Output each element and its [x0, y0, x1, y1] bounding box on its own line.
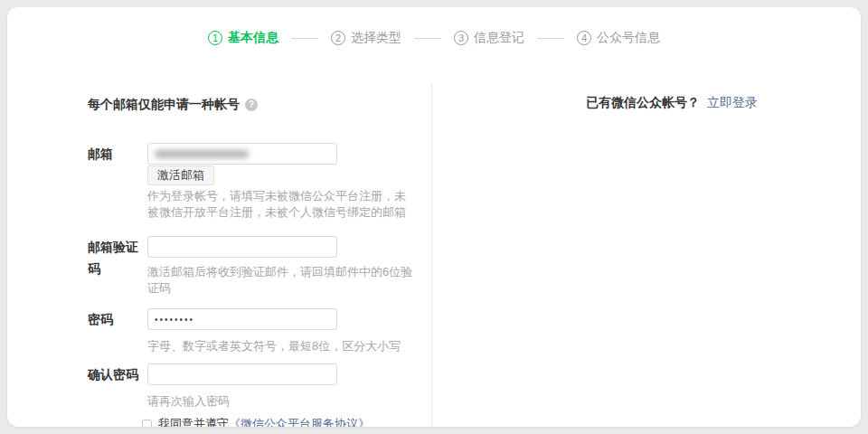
step-4-label: 公众号信息 [597, 30, 660, 46]
agreement-row: 我同意并遵守 《微信公众平台服务协议》 [142, 416, 370, 427]
email-label: 邮箱 [88, 143, 146, 165]
step-basic-info: 1 基本信息 [208, 30, 278, 46]
password-input[interactable] [147, 308, 337, 330]
email-code-input[interactable] [147, 236, 337, 258]
intro-text: 每个邮箱仅能申请一种帐号 [88, 97, 240, 113]
step-3-label: 信息登记 [474, 30, 524, 46]
email-code-label: 邮箱验证码 [88, 236, 146, 279]
service-agreement-link[interactable]: 《微信公众平台服务协议》 [229, 416, 370, 427]
email-code-help-text: 激活邮箱后将收到验证邮件，请回填邮件中的6位验证码 [147, 264, 415, 297]
step-connector [414, 38, 441, 39]
step-account-info: 4 公众号信息 [577, 30, 660, 46]
step-2-number-icon: 2 [331, 31, 345, 45]
intro-note: 每个邮箱仅能申请一种帐号 ? [88, 97, 258, 113]
step-3-number-icon: 3 [454, 31, 468, 45]
step-info-registration: 3 信息登记 [454, 30, 524, 46]
confirm-password-help-text: 请再次输入密码 [147, 393, 415, 410]
agreement-text: 我同意并遵守 [158, 416, 229, 427]
existing-account-header: 已有微信公众帐号？ 立即登录 [586, 95, 758, 111]
registration-card: 1 基本信息 2 选择类型 3 信息登记 4 公众号信息 每个邮箱仅能申请一种帐… [7, 7, 861, 427]
step-connector [537, 38, 564, 39]
wizard-stepper: 1 基本信息 2 选择类型 3 信息登记 4 公众号信息 [7, 30, 861, 46]
email-input[interactable] [147, 143, 337, 165]
existing-account-question: 已有微信公众帐号？ [586, 95, 700, 109]
question-mark-icon[interactable]: ? [245, 99, 258, 111]
step-choose-type: 2 选择类型 [331, 30, 401, 46]
email-help-text: 作为登录帐号，请填写未被微信公众平台注册，未被微信开放平台注册，未被个人微信号绑… [147, 188, 415, 221]
step-connector [291, 38, 318, 39]
confirm-password-input[interactable] [147, 363, 337, 385]
step-4-number-icon: 4 [577, 31, 591, 45]
activate-email-button[interactable]: 激活邮箱 [147, 165, 214, 185]
step-2-label: 选择类型 [351, 30, 401, 46]
password-help-text: 字母、数字或者英文符号，最短8位，区分大小写 [147, 338, 415, 354]
login-now-link[interactable]: 立即登录 [707, 95, 758, 109]
step-1-label: 基本信息 [228, 30, 278, 46]
column-divider [431, 83, 432, 427]
agreement-checkbox[interactable] [142, 420, 152, 428]
confirm-password-label: 确认密码 [88, 363, 146, 385]
password-label: 密码 [88, 308, 146, 330]
email-value-blurred [155, 150, 249, 158]
step-1-number-icon: 1 [208, 31, 222, 45]
